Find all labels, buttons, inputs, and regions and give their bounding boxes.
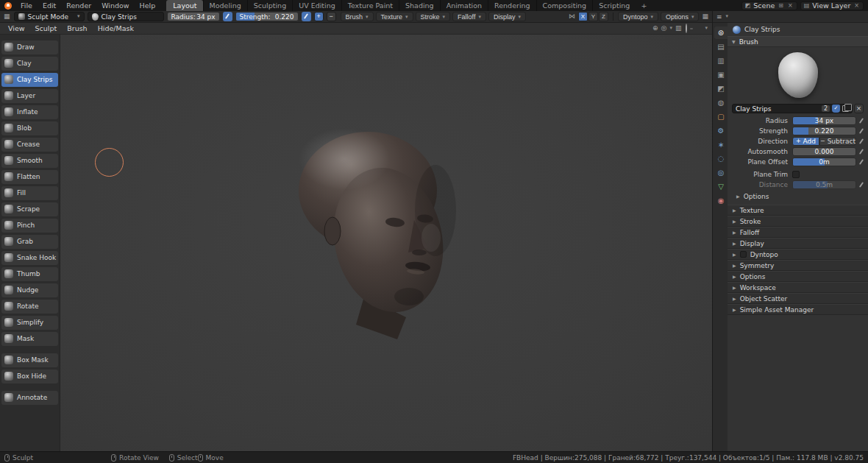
direction-add-toggle[interactable]: + <box>314 12 324 21</box>
strength-pressure-toggle[interactable] <box>302 12 311 21</box>
properties-tab-constraints[interactable]: ◎ <box>714 166 728 179</box>
shading-rendered-button[interactable] <box>699 28 702 29</box>
direction-subtract-toggle[interactable]: − <box>327 12 336 21</box>
animate-property-icon[interactable] <box>858 158 865 166</box>
animate-property-icon[interactable] <box>858 147 865 156</box>
collapsed-panel[interactable]: ▶ Workspace <box>728 282 868 293</box>
workspace-tab[interactable]: Scripting <box>592 0 636 11</box>
brush-tool-item[interactable]: Snake Hook <box>1 251 58 265</box>
brush-tool-item[interactable]: Nudge <box>1 283 58 297</box>
brush-tool-item[interactable]: Inflate <box>1 105 58 119</box>
brush-tool-item[interactable]: Blob <box>1 121 58 135</box>
properties-tab-object[interactable]: ▢ <box>714 110 728 123</box>
brush-preview[interactable] <box>728 47 868 103</box>
view-layer-selector[interactable]: ▤ View Layer × <box>800 1 864 10</box>
brush-tool-item[interactable]: Clay Strips <box>1 73 58 87</box>
collapsed-panel[interactable]: ▶ Simple Asset Manager <box>728 304 868 315</box>
viewport-menu-item[interactable]: Sculpt <box>30 23 63 35</box>
animate-property-icon[interactable] <box>858 116 865 125</box>
workspace-tab[interactable]: Rendering <box>488 0 536 11</box>
new-scene-button[interactable]: ⊞ <box>778 3 784 9</box>
collapsed-panel-dyntopo[interactable]: ▶ Dyntopo <box>728 249 868 260</box>
header-popover-button[interactable]: Texture ▾ <box>376 12 413 21</box>
properties-tab-render[interactable]: ▤ <box>714 40 728 53</box>
plane-trim-checkbox[interactable] <box>792 171 800 178</box>
options-subpanel[interactable]: ▶ Options <box>728 191 868 202</box>
animate-property-icon[interactable] <box>858 127 865 135</box>
collapsed-panel[interactable]: ▶ Display <box>728 238 868 249</box>
users-count-badge[interactable]: 2 <box>822 105 830 112</box>
remove-view-layer-button[interactable]: × <box>853 3 860 9</box>
workspace-tab[interactable]: Animation <box>440 0 488 11</box>
properties-tab-physics[interactable]: ◌ <box>714 152 728 165</box>
properties-tab-data[interactable]: ▽ <box>714 180 728 193</box>
brush-selector[interactable]: Clay Strips <box>88 12 164 21</box>
menubar-item[interactable]: Help <box>135 0 161 11</box>
brush-tool-item[interactable]: Smooth <box>1 154 58 168</box>
options-popover[interactable]: Options ▾ <box>661 12 700 21</box>
mirror-axis-toggle[interactable]: Y <box>588 12 598 21</box>
brush-tool-item[interactable]: Box Hide <box>1 370 58 384</box>
shading-solid-button[interactable] <box>690 28 693 29</box>
brush-tool-item[interactable]: Thumb <box>1 267 58 281</box>
viewport-menu-item[interactable]: Brush <box>62 23 92 35</box>
direction-subtract-button[interactable]: − Subtract <box>819 137 856 146</box>
workspace-tab[interactable]: Shading <box>399 0 440 11</box>
mode-selector[interactable]: Sculpt Mode ▾ <box>14 12 85 21</box>
strength-slider[interactable]: 0.220 <box>792 127 856 135</box>
duplicate-icon[interactable] <box>842 105 849 112</box>
workspace-tab[interactable]: Compositing <box>536 0 593 11</box>
properties-tab-scene[interactable]: ◩ <box>714 82 728 95</box>
header-popover-button[interactable]: Falloff ▾ <box>452 12 486 21</box>
radius-pressure-toggle[interactable] <box>223 12 232 21</box>
direction-add-button[interactable]: + Add <box>792 137 819 146</box>
radius-field[interactable]: Radius: 34 px <box>167 12 220 21</box>
strength-field[interactable]: Strength: 0.220 <box>235 12 299 21</box>
workspace-tab[interactable]: Texture Paint <box>341 0 399 11</box>
collapsed-panel[interactable]: ▶ Symmetry <box>728 260 868 271</box>
chevron-down-icon[interactable]: ▾ <box>705 26 708 31</box>
mirror-axis-toggle[interactable]: X <box>578 12 588 21</box>
menubar-item[interactable]: Window <box>96 0 134 11</box>
scene-selector[interactable]: ◩ Scene ⊞ × <box>741 1 797 10</box>
header-popover-button[interactable]: Stroke ▾ <box>416 12 451 21</box>
shading-wireframe-button[interactable] <box>684 24 689 33</box>
blender-logo-icon[interactable] <box>4 2 12 10</box>
brush-tool-item[interactable]: Pinch <box>1 219 58 233</box>
grid-icon[interactable]: ▦ <box>701 13 709 20</box>
collapsed-panel[interactable]: ▶ Stroke <box>728 216 868 227</box>
xray-icon[interactable]: ▥ <box>675 25 682 32</box>
brush-tool-item[interactable]: Scrape <box>1 202 58 216</box>
gizmo-icon[interactable]: ⊕ <box>652 25 658 32</box>
animate-property-icon[interactable] <box>858 180 865 189</box>
brush-tool-item[interactable]: Box Mask <box>1 353 58 367</box>
chevron-down-icon[interactable]: ▾ <box>669 26 672 31</box>
workspace-tab[interactable]: UV Editing <box>292 0 341 11</box>
properties-tab-particles[interactable]: ∗ <box>714 138 728 151</box>
unlink-scene-button[interactable]: × <box>787 3 794 9</box>
menubar-item[interactable]: Render <box>61 0 96 11</box>
brush-tool-item[interactable]: Clay <box>1 57 58 71</box>
viewport-menu-item[interactable]: View <box>3 23 30 35</box>
viewport-menu-item[interactable]: Hide/Mask <box>93 23 139 35</box>
mirror-axis-toggle[interactable]: Z <box>599 12 608 21</box>
brush-tool-item[interactable]: Grab <box>1 235 58 249</box>
brush-tool-item[interactable]: Annotate <box>1 391 58 405</box>
brush-tool-item[interactable]: Fill <box>1 186 58 200</box>
add-workspace-button[interactable]: + <box>636 1 652 10</box>
brush-tool-item[interactable]: Mask <box>1 332 58 346</box>
shading-material-button[interactable] <box>694 28 697 29</box>
brush-tool-item[interactable]: Crease <box>1 138 58 152</box>
fake-user-shield-icon[interactable]: ✓ <box>832 105 840 113</box>
brush-tool-item[interactable]: Draw <box>1 40 58 54</box>
properties-tab-tool[interactable]: ⊛ <box>714 26 728 39</box>
collapsed-panel[interactable]: ▶ Options <box>728 271 868 282</box>
brush-tool-item[interactable]: Layer <box>1 89 58 103</box>
workspace-tab[interactable]: Layout <box>166 0 202 11</box>
dyntopo-checkbox[interactable] <box>740 251 747 258</box>
brush-tool-item[interactable]: Simplify <box>1 316 58 330</box>
overlays-icon[interactable]: ◎ <box>661 25 667 32</box>
brush-name-field[interactable]: Clay Strips 2 ✓ <box>732 104 853 113</box>
viewport-3d[interactable]: ViewSculptBrushHide/Mask ⊕ ◎ ▾ ▥ ▾ <box>0 23 712 451</box>
autosmooth-slider[interactable]: 0.000 <box>792 147 856 156</box>
